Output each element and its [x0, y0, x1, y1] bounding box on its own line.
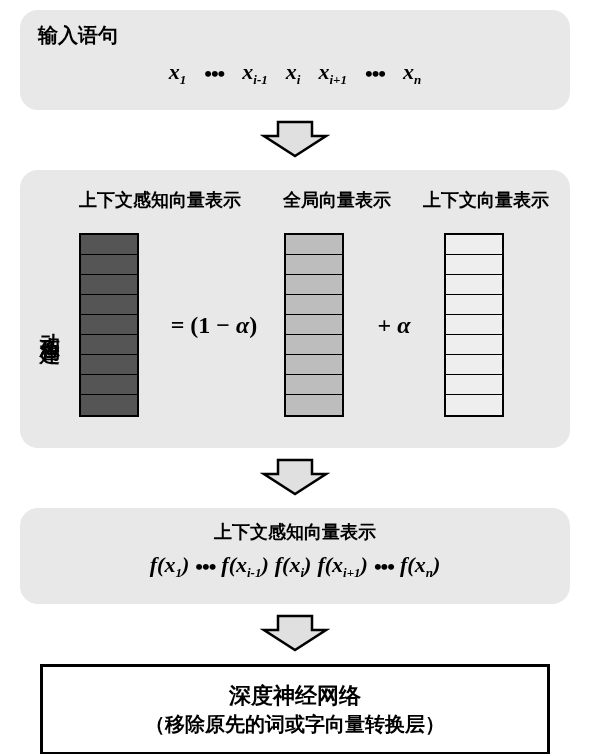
input-sentence-panel: 输入语句 x1•••xi-1xixi+1•••xn — [20, 10, 570, 110]
vector-cell — [446, 295, 502, 315]
vector-cell — [446, 355, 502, 375]
header-context: 上下文向量表示 — [416, 188, 556, 212]
panel3-title: 上下文感知向量表示 — [38, 520, 552, 544]
vector-cell — [446, 375, 502, 395]
input-token: xn — [403, 59, 421, 88]
dnn-subtitle: （移除原先的词或字向量转换层） — [53, 711, 537, 738]
vector-cell — [81, 335, 137, 355]
vector-cell — [446, 255, 502, 275]
vector-ctx-aware — [79, 233, 139, 417]
arrow-2 — [10, 456, 580, 500]
vector-cell — [81, 235, 137, 255]
dnn-title: 深度神经网络 — [53, 681, 537, 711]
dnn-panel: 深度神经网络 （移除原先的词或字向量转换层） — [40, 664, 550, 754]
input-token: x1 — [169, 59, 187, 88]
op-equals: = (1 − α) — [154, 312, 274, 339]
vector-equation-row: 动态构建 = (1 − α) + α — [34, 220, 556, 430]
vector-global — [284, 233, 344, 417]
vector-cell — [81, 255, 137, 275]
output-token: f(xi-1) — [221, 552, 268, 581]
ellipsis: ••• — [365, 61, 385, 87]
ellipsis: ••• — [374, 554, 394, 580]
ellipsis: ••• — [204, 61, 224, 87]
panel1-title: 输入语句 — [38, 22, 552, 49]
vector-cell — [81, 315, 137, 335]
header-global: 全局向量表示 — [258, 188, 416, 212]
arrow-1 — [10, 118, 580, 162]
vector-cell — [81, 395, 137, 415]
vector-cell — [446, 235, 502, 255]
side-label-dynamic: 动态构建 — [34, 317, 64, 333]
vector-cell — [81, 275, 137, 295]
output-token: f(xi+1) — [317, 552, 368, 581]
vector-cell — [286, 235, 342, 255]
vector-context — [444, 233, 504, 417]
vector-cell — [286, 315, 342, 335]
vector-cell — [286, 355, 342, 375]
vector-cell — [446, 315, 502, 335]
ellipsis: ••• — [195, 554, 215, 580]
output-token: f(xn) — [400, 552, 440, 581]
vector-headers: 上下文感知向量表示 全局向量表示 上下文向量表示 — [34, 188, 556, 212]
vector-cell — [286, 295, 342, 315]
vector-cell — [81, 375, 137, 395]
vector-cell — [286, 395, 342, 415]
arrow-3 — [10, 612, 580, 656]
vector-cell — [286, 375, 342, 395]
op-plus: + α — [354, 312, 434, 339]
vector-cell — [446, 395, 502, 415]
vector-cell — [286, 255, 342, 275]
vector-cell — [446, 275, 502, 295]
dynamic-construction-panel: 上下文感知向量表示 全局向量表示 上下文向量表示 动态构建 = (1 − α) … — [20, 170, 570, 448]
vector-cell — [286, 275, 342, 295]
header-ctx-aware: 上下文感知向量表示 — [62, 188, 258, 212]
input-token: xi+1 — [318, 59, 347, 88]
input-token: xi — [286, 59, 301, 88]
input-token: xi-1 — [242, 59, 267, 88]
vector-cell — [446, 335, 502, 355]
output-token: f(x1) — [150, 552, 189, 581]
vector-cell — [81, 295, 137, 315]
vector-cell — [286, 335, 342, 355]
output-sequence-panel: 上下文感知向量表示 f(x1)•••f(xi-1)f(xi)f(xi+1)•••… — [20, 508, 570, 603]
input-token-row: x1•••xi-1xixi+1•••xn — [38, 55, 552, 98]
vector-cell — [81, 355, 137, 375]
output-token: f(xi) — [275, 552, 312, 581]
output-token-row: f(x1)•••f(xi-1)f(xi)f(xi+1)•••f(xn) — [38, 548, 552, 591]
